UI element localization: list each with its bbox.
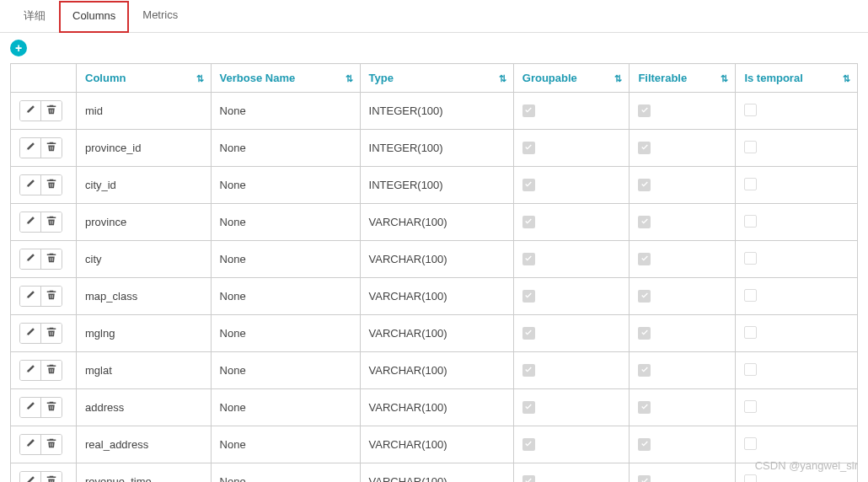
- checkbox-checked-icon[interactable]: [638, 327, 651, 340]
- sort-icon[interactable]: ⇅: [499, 73, 506, 83]
- checkbox-unchecked-icon[interactable]: [744, 141, 757, 153]
- sort-icon[interactable]: ⇅: [721, 73, 728, 83]
- checkbox-checked-icon[interactable]: [638, 142, 651, 154]
- checkbox-checked-icon[interactable]: [638, 438, 651, 451]
- tab-columns[interactable]: Columns: [59, 1, 129, 33]
- delete-button[interactable]: [40, 324, 62, 343]
- trash-icon: [46, 290, 56, 303]
- checkbox-checked-icon[interactable]: [638, 104, 651, 117]
- checkbox-checked-icon[interactable]: [638, 253, 651, 265]
- header-filterable[interactable]: Filterable⇅: [630, 64, 736, 93]
- cell-filterable: [630, 167, 736, 204]
- checkbox-checked-icon[interactable]: [638, 401, 651, 414]
- edit-button[interactable]: [20, 361, 40, 380]
- sort-icon[interactable]: ⇅: [196, 73, 204, 83]
- delete-button[interactable]: [40, 287, 62, 306]
- delete-button[interactable]: [40, 249, 62, 269]
- table-row: midNoneINTEGER(100): [11, 93, 858, 130]
- tab-详细[interactable]: 详细: [10, 0, 59, 32]
- cell-filterable: [630, 463, 736, 483]
- checkbox-checked-icon[interactable]: [522, 142, 535, 154]
- delete-button[interactable]: [40, 101, 62, 121]
- cell-temporal: [736, 389, 858, 426]
- trash-icon: [46, 364, 56, 377]
- checkbox-unchecked-icon[interactable]: [744, 474, 757, 483]
- edit-icon: [25, 142, 35, 154]
- checkbox-unchecked-icon[interactable]: [744, 400, 757, 413]
- checkbox-checked-icon[interactable]: [522, 438, 535, 451]
- checkbox-unchecked-icon[interactable]: [744, 178, 757, 190]
- cell-actions: [11, 130, 77, 167]
- checkbox-checked-icon[interactable]: [638, 216, 651, 228]
- checkbox-checked-icon[interactable]: [522, 179, 535, 191]
- header-type[interactable]: Type⇅: [360, 64, 513, 93]
- header-verbose[interactable]: Verbose Name⇅: [211, 64, 360, 93]
- checkbox-checked-icon[interactable]: [522, 327, 535, 340]
- header-temporal[interactable]: Is temporal⇅: [736, 64, 858, 93]
- table-row: map_classNoneVARCHAR(100): [11, 278, 858, 315]
- cell-column: city: [77, 241, 212, 278]
- cell-temporal: [736, 204, 858, 241]
- sort-icon[interactable]: ⇅: [614, 73, 622, 83]
- delete-button[interactable]: [40, 361, 62, 380]
- checkbox-checked-icon[interactable]: [522, 216, 535, 228]
- checkbox-checked-icon[interactable]: [522, 475, 535, 482]
- sort-icon[interactable]: ⇅: [843, 73, 850, 83]
- delete-button[interactable]: [40, 175, 62, 195]
- edit-button[interactable]: [20, 435, 40, 454]
- cell-verbose: None: [211, 352, 360, 389]
- cell-column: mid: [77, 93, 212, 130]
- checkbox-unchecked-icon[interactable]: [744, 363, 757, 376]
- toolbar: +: [0, 33, 868, 63]
- edit-button[interactable]: [20, 472, 40, 482]
- delete-button[interactable]: [40, 398, 62, 417]
- cell-type: VARCHAR(100): [360, 352, 513, 389]
- edit-button[interactable]: [20, 324, 40, 343]
- cell-groupable: [513, 463, 630, 483]
- checkbox-unchecked-icon[interactable]: [744, 289, 757, 302]
- delete-button[interactable]: [40, 472, 62, 482]
- edit-button[interactable]: [20, 138, 40, 158]
- trash-icon: [46, 179, 56, 191]
- checkbox-unchecked-icon[interactable]: [744, 104, 757, 116]
- checkbox-unchecked-icon[interactable]: [744, 437, 757, 450]
- edit-button[interactable]: [20, 398, 40, 417]
- table-row: mglatNoneVARCHAR(100): [11, 352, 858, 389]
- checkbox-checked-icon[interactable]: [638, 179, 651, 191]
- cell-column: province: [77, 204, 212, 241]
- cell-verbose: None: [211, 278, 360, 315]
- checkbox-checked-icon[interactable]: [522, 104, 535, 117]
- checkbox-checked-icon[interactable]: [522, 290, 535, 303]
- delete-button[interactable]: [40, 138, 62, 158]
- cell-column: mglng: [77, 315, 212, 352]
- cell-filterable: [630, 204, 736, 241]
- checkbox-checked-icon[interactable]: [638, 475, 651, 482]
- cell-type: VARCHAR(100): [360, 389, 513, 426]
- checkbox-unchecked-icon[interactable]: [744, 252, 757, 265]
- checkbox-unchecked-icon[interactable]: [744, 326, 757, 339]
- checkbox-checked-icon[interactable]: [522, 401, 535, 414]
- edit-icon: [25, 364, 35, 377]
- edit-button[interactable]: [20, 212, 40, 232]
- trash-icon: [46, 438, 56, 451]
- add-button[interactable]: +: [10, 40, 27, 56]
- edit-button[interactable]: [20, 249, 40, 269]
- sort-icon[interactable]: ⇅: [346, 73, 353, 83]
- checkbox-checked-icon[interactable]: [522, 253, 535, 265]
- cell-groupable: [513, 93, 630, 130]
- delete-button[interactable]: [40, 435, 62, 454]
- delete-button[interactable]: [40, 212, 62, 232]
- edit-button[interactable]: [20, 175, 40, 195]
- checkbox-checked-icon[interactable]: [638, 290, 651, 303]
- header-column[interactable]: Column⇅: [77, 64, 212, 93]
- checkbox-checked-icon[interactable]: [522, 364, 535, 377]
- cell-verbose: None: [211, 204, 360, 241]
- checkbox-checked-icon[interactable]: [638, 364, 651, 377]
- checkbox-unchecked-icon[interactable]: [744, 215, 757, 228]
- edit-button[interactable]: [20, 287, 40, 306]
- trash-icon: [46, 475, 56, 482]
- header-groupable[interactable]: Groupable⇅: [513, 64, 630, 93]
- table-row: revenue_timeNoneVARCHAR(100): [11, 463, 858, 483]
- edit-button[interactable]: [20, 101, 40, 121]
- tab-metrics[interactable]: Metrics: [129, 0, 191, 32]
